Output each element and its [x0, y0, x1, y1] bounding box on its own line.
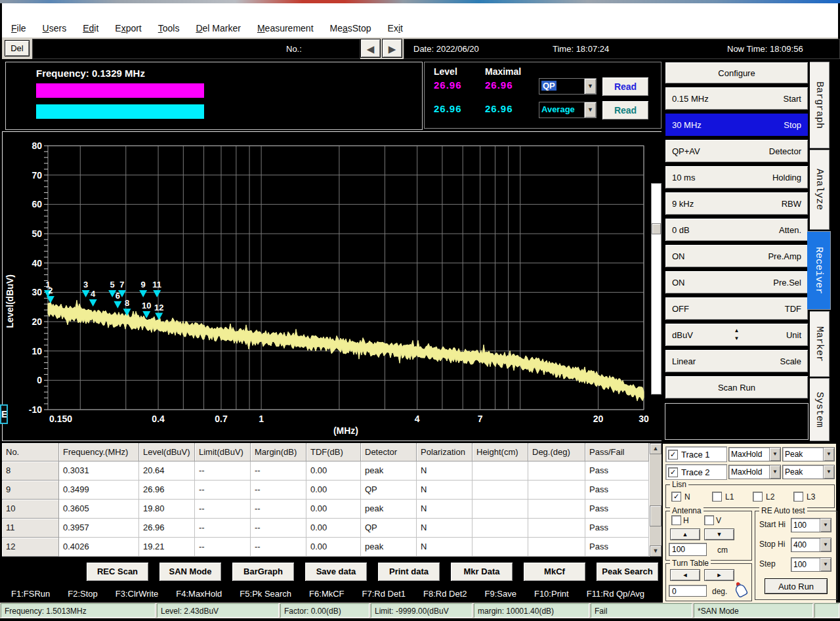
save-data-button[interactable]: Save data — [304, 562, 368, 582]
softkey-pre-amp[interactable]: ONPre.Amp — [665, 244, 808, 268]
table-cell: 20.64 — [139, 461, 195, 481]
re-row-label: Stop Hi — [759, 540, 785, 549]
spin-up-icon[interactable]: ▲ — [734, 328, 740, 333]
lisn-l1-checkbox[interactable] — [712, 492, 722, 502]
trace-2-detector-select[interactable]: Peak▼ — [782, 465, 835, 479]
table-row[interactable]: 110.395726.96----0.00QPNPass — [2, 519, 662, 538]
tab-marker[interactable]: Marker — [810, 311, 830, 377]
tab-bargraph[interactable]: Bargraph — [810, 62, 830, 148]
menu-item-exit[interactable]: Exit — [388, 23, 403, 33]
menu-item-measstop[interactable]: MeasStop — [330, 23, 371, 33]
antenna-v-label: V — [716, 516, 721, 525]
trace-1-toggle[interactable]: ✓Trace 1 — [665, 446, 727, 462]
detector-select-average[interactable]: Average▼ — [539, 102, 597, 118]
prev-record-button[interactable]: ◀ — [360, 39, 381, 58]
trace-1-detector-select[interactable]: Peak▼ — [782, 447, 835, 461]
menu-item-users[interactable]: Users — [43, 23, 67, 33]
menu-item-del-marker[interactable]: Del Marker — [196, 23, 240, 33]
print-data-button[interactable]: Print data — [377, 562, 440, 582]
chevron-down-icon[interactable]: ▼ — [584, 79, 596, 94]
softkey-scan-run[interactable]: Scan Run — [665, 375, 808, 399]
bargraph-button[interactable]: BarGraph — [232, 562, 295, 582]
softkey-unit[interactable]: dBuVUnit▲▼ — [665, 323, 808, 347]
menu-item-file[interactable]: File — [11, 23, 26, 33]
table-row[interactable]: 100.360519.80----0.00peakNPass — [2, 500, 662, 519]
trace-1-checkbox[interactable]: ✓ — [668, 450, 678, 460]
chevron-down-icon[interactable]: ▼ — [823, 465, 834, 479]
softkey-tdf[interactable]: OFFTDF — [665, 297, 808, 320]
antenna-down-button[interactable]: ▼ — [704, 528, 734, 540]
antenna-v-checkbox[interactable] — [704, 515, 714, 525]
chevron-down-icon[interactable]: ▼ — [820, 538, 831, 551]
menu-item-measurement[interactable]: Measurement — [257, 23, 314, 33]
table-scrollbar[interactable]: ▲▼ — [650, 443, 662, 557]
menu-mnemonic: U — [43, 23, 49, 33]
softkey-pre-sel[interactable]: ONPre.Sel — [665, 270, 808, 294]
svg-text:4: 4 — [415, 414, 420, 424]
chevron-down-icon[interactable]: ▼ — [769, 465, 780, 479]
softkey-start[interactable]: 0.15 MHzStart — [665, 87, 808, 110]
tab-analyze[interactable]: Analyze — [810, 150, 830, 230]
softkey-scale[interactable]: LinearScale — [665, 349, 808, 373]
antenna-up-button[interactable]: ▲ — [670, 528, 700, 540]
detector-select-qp[interactable]: QP▼ — [539, 78, 597, 95]
table-row[interactable]: 80.303120.64----0.00peakNPass — [2, 461, 662, 481]
marker-11-label: 11 — [152, 280, 161, 289]
menu-item-export[interactable]: Export — [115, 23, 141, 33]
trace-2-checkbox[interactable]: ✓ — [668, 467, 678, 477]
column-header-no: No. — [2, 443, 59, 461]
tab-system[interactable]: System — [810, 378, 830, 441]
chart-vertical-scrollbar[interactable] — [651, 183, 662, 395]
re-start-hi-select[interactable]: 100▼ — [791, 518, 831, 532]
scroll-down-icon[interactable]: ▼ — [650, 546, 662, 557]
lisn-n-checkbox[interactable]: ✓ — [671, 492, 681, 502]
next-record-button[interactable]: ▶ — [382, 39, 402, 58]
softkey-stop[interactable]: 30 MHzStop — [665, 113, 808, 137]
table-row[interactable]: 120.402619.21----0.00peakNPass — [2, 538, 662, 557]
spin-down-icon[interactable]: ▼ — [734, 336, 740, 341]
menu-item-edit[interactable]: Edit — [83, 23, 98, 33]
chart-scrollbar-thumb[interactable] — [652, 223, 661, 234]
chevron-down-icon[interactable]: ▼ — [820, 558, 831, 571]
table-scrollbar-thumb[interactable] — [650, 505, 662, 526]
softkey-detector[interactable]: QP+AVDetector — [665, 139, 808, 163]
lisn-l2-checkbox[interactable] — [753, 492, 763, 502]
chevron-down-icon[interactable]: ▼ — [823, 448, 834, 461]
re-stop-hi-select[interactable]: 400▼ — [791, 538, 831, 552]
trace-1-mode-select[interactable]: MaxHold▼ — [728, 447, 781, 461]
tab-receiver[interactable]: Receiver — [807, 231, 831, 310]
chevron-down-icon[interactable]: ▼ — [584, 102, 596, 118]
trace-2-mode-select[interactable]: MaxHold▼ — [728, 465, 781, 479]
antenna-h-checkbox[interactable] — [671, 515, 681, 525]
peak-search-button[interactable]: Peak Search — [596, 562, 659, 582]
trace-2-detector-select-value: Peak — [783, 465, 823, 479]
rec-scan-button[interactable]: REC Scan — [86, 562, 149, 582]
scroll-up-icon[interactable]: ▲ — [650, 443, 662, 454]
turn-angle-input[interactable]: 0 — [669, 585, 707, 597]
turn-left-button[interactable]: ◄ — [670, 569, 700, 581]
softkey-holding[interactable]: 10 msHolding — [665, 165, 808, 189]
read-button-2[interactable]: Read — [602, 100, 649, 120]
mkcf-button[interactable]: MkCf — [523, 562, 586, 582]
san-mode-button[interactable]: SAN Mode — [159, 562, 222, 582]
chevron-down-icon[interactable]: ▼ — [769, 448, 780, 461]
table-row[interactable]: 90.349926.96----0.00QPNPass — [2, 481, 662, 500]
antenna-height-input[interactable]: 100 — [669, 543, 707, 556]
chevron-down-icon[interactable]: ▼ — [820, 519, 831, 532]
turn-right-button[interactable]: ► — [704, 569, 734, 581]
re-step-select[interactable]: 100▼ — [791, 557, 831, 572]
lisn-l3-checkbox[interactable] — [793, 492, 803, 502]
softkey-atten[interactable]: 0 dBAtten. — [665, 218, 808, 242]
menu-item-tools[interactable]: Tools — [158, 23, 180, 33]
mkr-data-button[interactable]: Mkr Data — [450, 562, 513, 582]
softkey-value: ON — [672, 251, 685, 261]
softkey-rbw[interactable]: 9 kHzRBW — [665, 192, 808, 215]
del-button[interactable]: Del — [5, 40, 30, 56]
svg-text:Level(dBuV): Level(dBuV) — [5, 274, 15, 328]
trace-1-mode-select-value: MaxHold — [729, 448, 769, 461]
trace-2-toggle[interactable]: ✓Trace 2 — [665, 464, 727, 480]
softkey-configure[interactable]: Configure — [665, 62, 808, 84]
read-button-1[interactable]: Read — [602, 77, 649, 96]
record-number-label: No.: — [286, 44, 302, 54]
auto-run-button[interactable]: Auto Run — [765, 578, 828, 594]
